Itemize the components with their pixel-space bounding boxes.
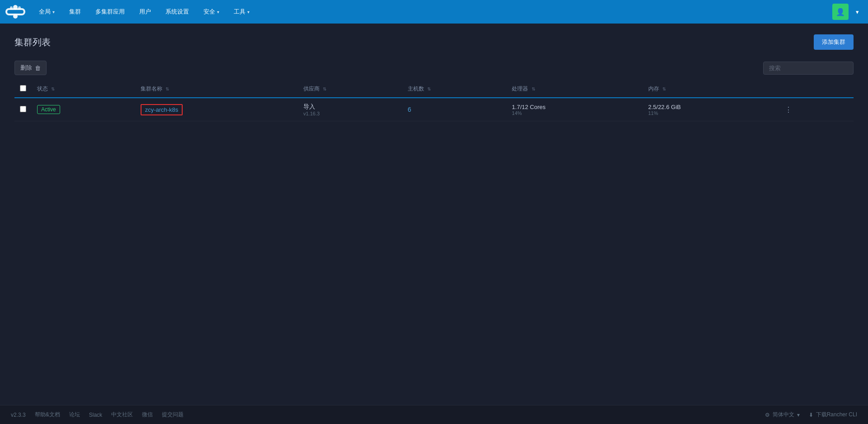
cpu-main: 1.7/12 Cores <box>512 104 637 110</box>
nav-cluster[interactable]: 集群 <box>63 5 87 19</box>
toolbar-right <box>763 62 854 75</box>
nav-system-settings-label: 系统设置 <box>165 8 189 16</box>
gear-icon: ⚙ <box>765 412 770 418</box>
download-icon: ⬇ <box>809 412 813 418</box>
toolbar-left: 删除 🗑 <box>14 61 47 75</box>
th-cpu-label: 处理器 <box>512 86 528 92</box>
footer-version: v2.3.3 <box>11 412 26 418</box>
nav-user[interactable]: 用户 <box>133 5 157 19</box>
row-cpu-cell: 1.7/12 Cores 14% <box>506 98 642 121</box>
th-provider-label: 供应商 <box>303 86 320 92</box>
th-status: 状态 ⇅ <box>32 81 135 98</box>
row-memory-cell: 2.5/22.6 GiB 11% <box>643 98 776 121</box>
nav-global-label: 全局 <box>39 8 51 16</box>
delete-button[interactable]: 删除 🗑 <box>14 61 47 75</box>
th-actions <box>776 81 854 98</box>
nav-cluster-label: 集群 <box>69 8 81 16</box>
row-checkbox-cell <box>14 98 32 121</box>
nav-multicluster[interactable]: 多集群应用 <box>89 5 131 19</box>
th-hosts: 主机数 ⇅ <box>402 81 507 98</box>
page-header: 集群列表 添加集群 <box>14 34 854 50</box>
sort-status-icon[interactable]: ⇅ <box>51 86 55 91</box>
nav-tools[interactable]: 工具 ▾ <box>227 5 256 19</box>
nav-tools-label: 工具 <box>234 8 245 16</box>
trash-icon: 🗑 <box>35 65 41 71</box>
nav-security-label: 安全 <box>203 8 215 16</box>
svg-point-3 <box>13 14 18 19</box>
nav-multicluster-label: 多集群应用 <box>95 8 125 16</box>
footer-link-help[interactable]: 帮助&文档 <box>35 411 60 419</box>
th-provider: 供应商 ⇅ <box>298 81 402 98</box>
nav-user-label: 用户 <box>139 8 151 16</box>
host-count[interactable]: 6 <box>408 106 411 113</box>
mem-sub: 11% <box>648 110 771 116</box>
user-dropdown-button[interactable]: ▾ <box>852 6 863 18</box>
mem-main: 2.5/22.6 GiB <box>648 104 771 110</box>
th-memory-label: 内存 <box>648 86 659 92</box>
th-memory: 内存 ⇅ <box>643 81 776 98</box>
footer-right: ⚙ 简体中文 ▾ ⬇ 下载Rancher CLI <box>765 411 857 419</box>
row-name-cell: zcy-arch-k8s <box>135 98 298 121</box>
row-action-cell: ⋮ <box>776 98 854 121</box>
sort-memory-icon[interactable]: ⇅ <box>662 86 666 91</box>
cluster-name-highlight-box: zcy-arch-k8s <box>141 104 183 115</box>
svg-rect-1 <box>7 10 24 14</box>
th-cpu: 处理器 ⇅ <box>506 81 642 98</box>
provider-name: 导入 <box>303 103 397 111</box>
nav-security-chevron: ▾ <box>217 10 219 14</box>
language-selector[interactable]: ⚙ 简体中文 ▾ <box>765 411 800 419</box>
th-hosts-label: 主机数 <box>408 86 424 92</box>
delete-label: 删除 <box>20 64 32 72</box>
select-all-checkbox[interactable] <box>20 85 26 91</box>
language-chevron-icon: ▾ <box>797 412 800 418</box>
nav-global-chevron: ▾ <box>52 10 55 14</box>
download-cli-button[interactable]: ⬇ 下载Rancher CLI <box>809 411 857 419</box>
footer: v2.3.3 帮助&文档 论坛 Slack 中文社区 微信 提交问题 ⚙ 简体中… <box>0 405 868 424</box>
row-hosts-cell: 6 <box>402 98 507 121</box>
nav-system-settings[interactable]: 系统设置 <box>159 5 195 19</box>
status-badge: Active <box>37 105 60 114</box>
svg-rect-4 <box>10 6 13 9</box>
footer-link-forum[interactable]: 论坛 <box>69 411 80 419</box>
table-body: Active zcy-arch-k8s 导入 v1.16.3 6 1.7/12 … <box>14 98 854 121</box>
row-provider-cell: 导入 v1.16.3 <box>298 98 402 121</box>
row-action-button[interactable]: ⋮ <box>781 104 796 116</box>
nav-global[interactable]: 全局 ▾ <box>33 5 61 19</box>
topnav: 全局 ▾ 集群 多集群应用 用户 系统设置 安全 ▾ 工具 ▾ 👤 ▾ <box>0 0 868 24</box>
footer-link-wechat[interactable]: 微信 <box>142 411 153 419</box>
footer-link-issue[interactable]: 提交问题 <box>162 411 184 419</box>
language-label: 简体中文 <box>773 411 794 419</box>
svg-rect-5 <box>18 6 21 9</box>
footer-left: v2.3.3 帮助&文档 论坛 Slack 中文社区 微信 提交问题 <box>11 411 184 419</box>
cpu-sub: 14% <box>512 110 637 116</box>
th-name-label: 集群名称 <box>141 86 162 92</box>
footer-link-community[interactable]: 中文社区 <box>111 411 133 419</box>
th-select-all <box>14 81 32 98</box>
table-header: 状态 ⇅ 集群名称 ⇅ 供应商 ⇅ 主机数 ⇅ 处理器 ⇅ <box>14 81 854 98</box>
sort-cpu-icon[interactable]: ⇅ <box>532 86 535 91</box>
search-input[interactable] <box>763 62 854 75</box>
sort-name-icon[interactable]: ⇅ <box>165 86 169 91</box>
footer-link-slack[interactable]: Slack <box>89 412 102 418</box>
svg-point-2 <box>13 5 18 10</box>
main-content: 集群列表 添加集群 删除 🗑 状态 ⇅ <box>0 24 868 405</box>
download-label: 下载Rancher CLI <box>816 411 857 419</box>
nav-tools-chevron: ▾ <box>247 10 250 14</box>
toolbar: 删除 🗑 <box>14 61 854 75</box>
cluster-table: 状态 ⇅ 集群名称 ⇅ 供应商 ⇅ 主机数 ⇅ 处理器 ⇅ <box>14 81 854 121</box>
sort-provider-icon[interactable]: ⇅ <box>323 86 326 91</box>
nav-right: 👤 ▾ <box>832 4 863 20</box>
app-logo[interactable] <box>5 4 25 20</box>
page-title: 集群列表 <box>14 36 51 48</box>
th-name: 集群名称 ⇅ <box>135 81 298 98</box>
cluster-name-link[interactable]: zcy-arch-k8s <box>145 106 179 113</box>
th-status-label: 状态 <box>37 86 48 92</box>
chevron-down-icon: ▾ <box>856 9 859 15</box>
row-checkbox[interactable] <box>20 106 26 112</box>
nav-security[interactable]: 安全 ▾ <box>197 5 226 19</box>
sort-hosts-icon[interactable]: ⇅ <box>427 86 431 91</box>
provider-version: v1.16.3 <box>303 111 397 116</box>
add-cluster-button[interactable]: 添加集群 <box>814 34 854 50</box>
table-row: Active zcy-arch-k8s 导入 v1.16.3 6 1.7/12 … <box>14 98 854 121</box>
user-avatar-button[interactable]: 👤 <box>832 4 849 20</box>
